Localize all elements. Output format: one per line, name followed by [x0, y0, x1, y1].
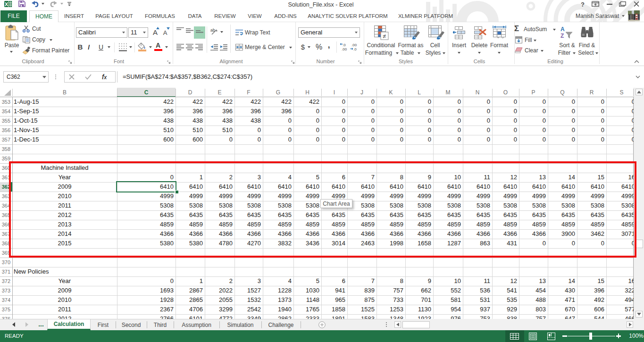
svg-text:.0: .0	[353, 47, 357, 51]
svg-text:.00: .00	[342, 47, 347, 51]
svg-text:.00: .00	[351, 43, 357, 47]
svg-text:X: X	[5, 1, 8, 7]
svg-text:Z: Z	[560, 33, 564, 39]
svg-text:≠: ≠	[383, 33, 386, 40]
svg-text:A: A	[560, 26, 565, 33]
svg-text:.0: .0	[343, 43, 346, 47]
